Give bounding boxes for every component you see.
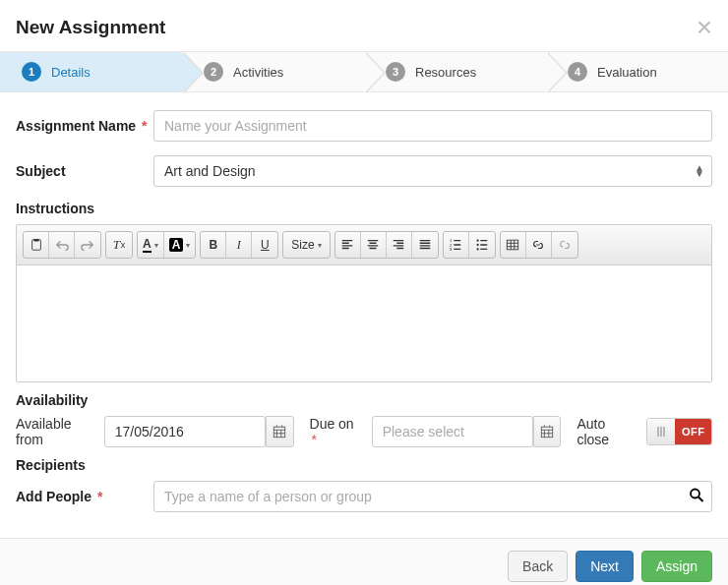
table-button[interactable]: [501, 232, 526, 258]
toggle-handle-icon: [647, 419, 675, 444]
assignment-name-input[interactable]: [153, 110, 712, 142]
next-button[interactable]: Next: [576, 551, 634, 582]
svg-rect-8: [508, 240, 518, 250]
recipients-label: Recipients: [16, 457, 712, 473]
svg-point-11: [691, 490, 699, 498]
due-on-label: Due on *: [310, 416, 356, 447]
text-color-button[interactable]: A▾: [138, 232, 164, 258]
step-label: Evaluation: [597, 65, 657, 80]
add-people-input[interactable]: [153, 481, 712, 512]
editor-toolbar: Tx A▾ A▾ B I U Size▾: [17, 225, 711, 265]
new-assignment-modal: New Assignment × 1 Details 2 Activities …: [0, 0, 728, 585]
align-left-button[interactable]: [335, 232, 361, 258]
instructions-label: Instructions: [16, 201, 712, 216]
subject-label: Subject: [16, 163, 153, 179]
bg-color-button[interactable]: A▾: [164, 232, 196, 258]
availability-label: Availability: [16, 392, 712, 408]
svg-point-7: [476, 248, 478, 250]
modal-title: New Assignment: [16, 17, 165, 38]
align-justify-button[interactable]: [412, 232, 438, 258]
auto-close-label: Auto close: [576, 416, 631, 447]
stepper: 1 Details 2 Activities 3 Resources 4 Eva…: [0, 51, 728, 92]
step-label: Resources: [415, 65, 476, 80]
back-button[interactable]: Back: [508, 551, 568, 582]
available-from-input[interactable]: [104, 416, 266, 447]
add-people-label: Add People *: [16, 489, 153, 504]
underline-button[interactable]: U: [252, 232, 277, 258]
link-button[interactable]: [526, 232, 552, 258]
assignment-name-label: Assignment Name *: [16, 118, 153, 134]
svg-rect-10: [541, 427, 552, 438]
svg-line-12: [698, 497, 703, 502]
undo-button[interactable]: [49, 232, 75, 258]
step-evaluation[interactable]: 4 Evaluation: [546, 52, 728, 91]
subject-select[interactable]: Art and Design: [153, 155, 712, 187]
due-on-input[interactable]: [372, 416, 533, 447]
bullet-list-button[interactable]: [469, 232, 495, 258]
unlink-button[interactable]: [552, 232, 577, 258]
calendar-icon[interactable]: [266, 416, 294, 447]
step-number: 4: [568, 62, 587, 82]
due-on-group: [372, 416, 562, 447]
required-mark: *: [312, 432, 317, 447]
modal-footer: Back Next Assign: [0, 538, 728, 585]
step-resources[interactable]: 3 Resources: [364, 52, 546, 91]
step-activities[interactable]: 2 Activities: [182, 52, 364, 91]
bold-button[interactable]: B: [201, 232, 226, 258]
available-from-group: [104, 416, 294, 447]
subject-select-wrap: Art and Design ▲▼: [153, 155, 712, 187]
toggle-off-label: OFF: [675, 419, 711, 444]
align-right-button[interactable]: [387, 232, 412, 258]
step-number: 2: [204, 62, 223, 82]
modal-header: New Assignment ×: [0, 0, 728, 51]
svg-point-6: [476, 244, 478, 246]
svg-point-5: [476, 239, 478, 241]
search-icon[interactable]: [689, 488, 704, 506]
font-size-button[interactable]: Size▾: [283, 232, 329, 258]
step-number: 3: [386, 62, 405, 82]
required-mark: *: [142, 118, 147, 134]
form-details: Assignment Name * Subject Art and Design…: [0, 92, 728, 538]
italic-button[interactable]: I: [226, 232, 252, 258]
assign-button[interactable]: Assign: [641, 551, 712, 582]
align-center-button[interactable]: [361, 232, 387, 258]
paste-button[interactable]: [24, 232, 49, 258]
required-mark: *: [97, 489, 102, 504]
auto-close-toggle[interactable]: OFF: [646, 418, 712, 445]
step-label: Activities: [233, 65, 283, 80]
svg-text:3: 3: [450, 247, 453, 252]
numbered-list-button[interactable]: 123: [444, 232, 469, 258]
calendar-icon[interactable]: [533, 416, 562, 447]
instructions-editor[interactable]: [17, 265, 711, 381]
redo-button[interactable]: [75, 232, 100, 258]
step-details[interactable]: 1 Details: [0, 52, 182, 91]
available-from-label: Available from: [16, 416, 89, 447]
close-icon[interactable]: ×: [697, 14, 712, 41]
svg-rect-1: [33, 239, 38, 242]
rich-text-editor: Tx A▾ A▾ B I U Size▾: [16, 224, 712, 382]
svg-rect-9: [274, 427, 285, 438]
remove-format-button[interactable]: Tx: [106, 232, 132, 258]
step-label: Details: [51, 65, 91, 80]
step-number: 1: [22, 62, 41, 82]
